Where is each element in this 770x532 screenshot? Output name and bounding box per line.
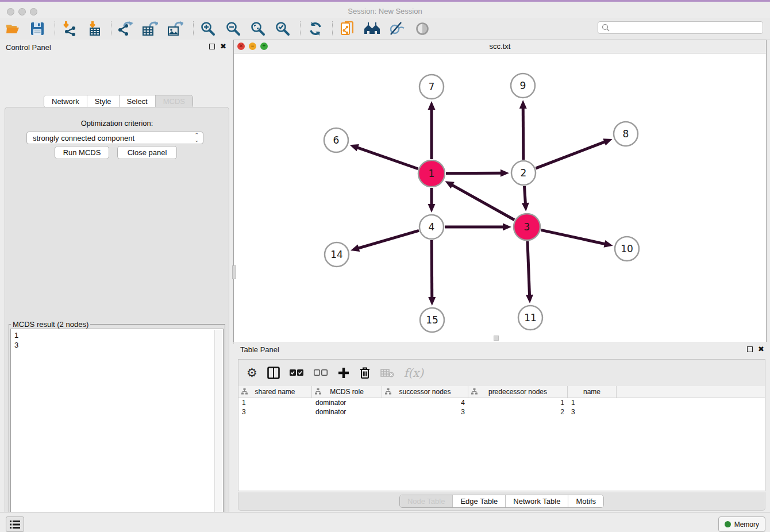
float-table-panel-icon[interactable] [747,346,753,352]
edge-3-10[interactable] [541,230,606,244]
table-cell[interactable]: 1 [568,399,617,407]
column-type-icon [315,388,321,395]
show-eye-icon[interactable] [414,21,431,37]
tab-network[interactable]: Network [44,95,87,107]
hide-glasses-icon[interactable] [388,21,406,37]
optimization-criterion-value: strongly connected component [33,134,134,142]
edge-4-15[interactable] [432,240,432,299]
add-column-icon[interactable] [338,365,349,380]
table-row[interactable]: 1dominator411 [238,398,765,407]
tab-network-table[interactable]: Network Table [505,495,568,507]
zoom-in-icon[interactable] [199,21,217,37]
export-network-icon[interactable] [117,21,134,37]
table-cell[interactable]: 1 [238,399,312,407]
deselect-all-columns-icon[interactable] [314,365,328,380]
edge-4-14[interactable] [357,230,419,248]
task-history-button[interactable] [6,516,24,532]
network-window-titlebar[interactable]: ✕ − + scc.txt [234,40,766,53]
control-panel-tabbar: Network Style Select MCDS [44,95,193,108]
column-header-name[interactable]: name [568,386,617,398]
edge-1-6[interactable] [356,147,418,169]
table-panel-title: Table Panel [240,345,279,354]
edge-1-2[interactable] [446,173,502,174]
canvas-resize-grip[interactable] [494,336,499,341]
float-panel-icon[interactable] [209,44,215,49]
table-cell[interactable]: 3 [568,408,617,416]
table-cell[interactable]: 2 [468,408,568,416]
panel-splitter-grip[interactable] [232,265,236,279]
clone-network-icon[interactable] [339,21,356,37]
zoom-out-icon[interactable] [225,21,242,37]
tab-mcds[interactable]: MCDS [155,95,192,107]
edge-2-3[interactable] [524,186,525,205]
close-panel-button[interactable]: Close panel [117,146,177,159]
tab-edge-table[interactable]: Edge Table [452,495,505,507]
zoom-selected-icon[interactable] [274,21,291,37]
import-network-icon[interactable] [60,21,78,37]
table-cell[interactable]: dominator [312,408,382,416]
table-cell[interactable]: dominator [312,399,382,407]
memory-status-icon [725,521,731,527]
table-settings-gear-icon[interactable]: ⚙ [247,365,257,380]
tab-node-table[interactable]: Node Table [400,495,453,507]
edge-3-11[interactable] [528,241,530,296]
node-label-11: 11 [524,312,537,323]
column-header-successor-nodes[interactable]: successor nodes [382,386,468,398]
optimization-criterion-select[interactable]: strongly connected component ⌃⌄ [26,132,203,144]
search-field[interactable] [598,21,763,34]
mcds-panel: Optimization criterion: strongly connect… [5,107,229,532]
home-icon[interactable] [364,21,381,37]
edge-arrowhead [503,223,511,231]
toolbar-separator [300,21,301,36]
column-type-icon [471,388,478,395]
edge-2-9[interactable] [523,107,523,160]
column-header-MCDS-role[interactable]: MCDS role [312,386,382,398]
tab-motifs[interactable]: Motifs [568,495,603,507]
node-label-15: 15 [426,314,438,326]
node-label-9: 9 [520,80,526,91]
delete-column-icon[interactable] [359,365,371,380]
open-session-icon[interactable] [5,21,22,37]
mcds-result-text[interactable]: 13 [10,329,224,531]
edge-2-8[interactable] [536,141,606,168]
optimization-criterion-label: Optimization criterion: [5,119,229,128]
table-row[interactable]: 3dominator323 [238,407,765,417]
column-view-icon[interactable] [267,365,280,380]
tab-select[interactable]: Select [119,95,155,107]
mcds-result-scrollbar[interactable] [214,330,222,531]
table-cell[interactable]: 3 [382,408,468,416]
table-header-row: shared nameMCDS rolesuccessor nodesprede… [238,386,765,398]
window-title: Session: New Session [0,7,770,16]
select-stepper-icon: ⌃⌄ [194,133,199,143]
table-cell[interactable]: 4 [382,399,468,407]
search-icon [602,24,610,32]
column-header-predecessor-nodes[interactable]: predecessor nodes [468,386,568,398]
column-header-shared-name[interactable]: shared name [238,386,312,398]
export-table-icon[interactable] [141,21,159,37]
refresh-icon[interactable] [307,21,324,37]
edge-arrowhead [351,245,360,252]
edge-3-1[interactable] [451,184,514,220]
import-table-icon[interactable] [86,21,103,37]
search-input[interactable] [610,23,763,32]
network-canvas[interactable]: 7968124314101511 [234,53,766,342]
table-cell[interactable]: 3 [238,408,312,416]
save-session-icon[interactable] [29,21,46,37]
run-mcds-button[interactable]: Run MCDS [55,146,109,159]
table-panel-body: ⚙ f(x) [238,359,765,491]
close-table-panel-icon[interactable]: ✖ [758,346,764,352]
memory-button[interactable]: Memory [718,516,765,532]
node-table: shared nameMCDS rolesuccessor nodesprede… [238,386,765,491]
select-all-columns-icon[interactable] [290,365,304,380]
mcds-result-group: MCDS result (2 nodes) 13 [9,320,225,532]
delete-table-icon-disabled [380,365,394,380]
close-panel-icon[interactable]: ✖ [220,44,226,49]
status-bar: Memory [0,512,770,532]
export-image-icon[interactable] [167,21,184,37]
zoom-fit-icon[interactable] [249,21,267,37]
table-cell[interactable]: 1 [468,399,568,407]
network-view-window: ✕ − + scc.txt 7968124314101511 [233,40,767,342]
tab-style[interactable]: Style [87,95,119,107]
toolbar-separator [193,21,194,36]
control-panel-title: Control Panel [6,43,51,52]
